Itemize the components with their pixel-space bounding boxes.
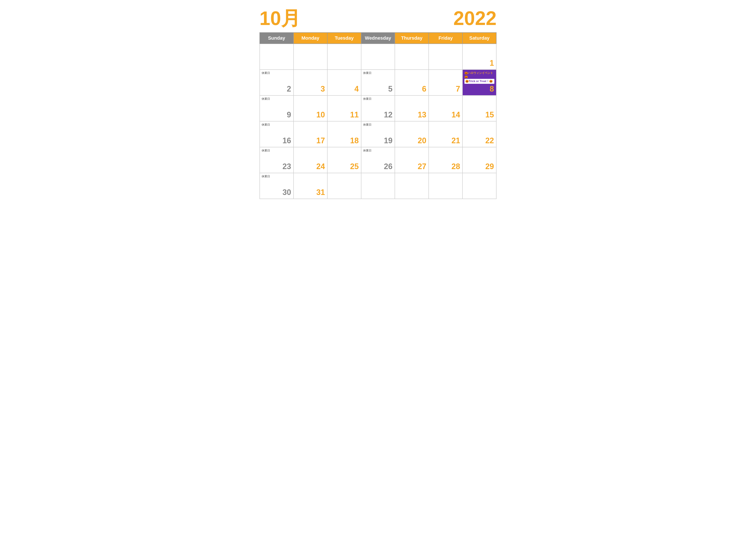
cell-note: 休業日 bbox=[363, 71, 393, 75]
day-number: 11 bbox=[350, 110, 359, 119]
table-row bbox=[293, 44, 327, 69]
table-row: 休業日 5 bbox=[361, 69, 395, 95]
table-row: 17 bbox=[293, 121, 327, 147]
day-number: 23 bbox=[283, 162, 291, 171]
table-row: 31 bbox=[293, 173, 327, 199]
day-number: 27 bbox=[418, 162, 426, 171]
table-row bbox=[361, 44, 395, 69]
trick-or-treat-label: 🎃Trick or Treat！🎃 bbox=[464, 79, 494, 84]
table-row bbox=[463, 173, 496, 199]
table-row bbox=[327, 44, 361, 69]
table-row: 20 bbox=[395, 121, 429, 147]
day-number: 31 bbox=[316, 188, 325, 197]
table-row: 25 bbox=[327, 147, 361, 173]
halloween-event-label: 🎃ハロウィンイベント🎃 bbox=[464, 71, 494, 79]
table-row bbox=[260, 44, 293, 69]
day-number: 16 bbox=[283, 136, 291, 145]
table-row bbox=[395, 44, 429, 69]
table-row: 休業日 19 bbox=[361, 121, 395, 147]
col-wednesday: Wednesday bbox=[361, 33, 395, 44]
cell-note: 休業日 bbox=[363, 123, 393, 127]
table-row: 10 bbox=[293, 95, 327, 121]
table-row: 休業日 2 bbox=[260, 69, 293, 95]
day-number: 26 bbox=[384, 162, 392, 171]
table-row-halloween: 🎃ハロウィンイベント🎃 🎃Trick or Treat！🎃 8 bbox=[463, 69, 496, 95]
table-row: 29 bbox=[463, 147, 496, 173]
table-row: 休業日 16 bbox=[260, 121, 293, 147]
cell-note: 休業日 bbox=[262, 71, 292, 75]
day-number: 13 bbox=[418, 110, 426, 119]
day-number: 7 bbox=[456, 85, 460, 93]
cell-note: 休業日 bbox=[262, 149, 292, 153]
cell-note: 休業日 bbox=[363, 149, 393, 153]
cell-note: 休業日 bbox=[363, 97, 393, 101]
day-number: 1 bbox=[490, 59, 494, 68]
table-row: 休業日 23 bbox=[260, 147, 293, 173]
table-row: 休業日 26 bbox=[361, 147, 395, 173]
table-row: 14 bbox=[429, 95, 463, 121]
table-row bbox=[429, 44, 463, 69]
table-row: 7 bbox=[429, 69, 463, 95]
day-number: 10 bbox=[316, 110, 325, 119]
day-number: 19 bbox=[384, 136, 392, 145]
table-row: 13 bbox=[395, 95, 429, 121]
cell-note: 休業日 bbox=[262, 97, 292, 101]
table-row: 休業日 30 bbox=[260, 173, 293, 199]
table-row: 18 bbox=[327, 121, 361, 147]
day-number: 15 bbox=[485, 110, 494, 119]
day-number: 25 bbox=[350, 162, 359, 171]
calendar-table: Sunday Monday Tuesday Wednesday Thursday… bbox=[259, 32, 497, 199]
day-number: 5 bbox=[388, 85, 392, 93]
table-row: 3 bbox=[293, 69, 327, 95]
day-number: 2 bbox=[287, 85, 291, 93]
table-row: 6 bbox=[395, 69, 429, 95]
table-row: 4 bbox=[327, 69, 361, 95]
table-row bbox=[429, 173, 463, 199]
day-number: 9 bbox=[287, 110, 291, 119]
table-row: 22 bbox=[463, 121, 496, 147]
table-row: 28 bbox=[429, 147, 463, 173]
col-thursday: Thursday bbox=[395, 33, 429, 44]
col-tuesday: Tuesday bbox=[327, 33, 361, 44]
day-number: 12 bbox=[384, 110, 392, 119]
day-number: 17 bbox=[316, 136, 325, 145]
day-number: 4 bbox=[355, 85, 359, 93]
table-row bbox=[395, 173, 429, 199]
col-friday: Friday bbox=[429, 33, 463, 44]
day-number: 18 bbox=[350, 136, 359, 145]
table-row: 15 bbox=[463, 95, 496, 121]
table-row: 1 bbox=[463, 44, 496, 69]
table-row: 21 bbox=[429, 121, 463, 147]
day-number: 28 bbox=[451, 162, 460, 171]
day-number: 3 bbox=[321, 85, 325, 93]
month-title: 10月 bbox=[259, 9, 300, 28]
table-row: 休業日 12 bbox=[361, 95, 395, 121]
day-number: 8 bbox=[490, 85, 494, 93]
table-row: 24 bbox=[293, 147, 327, 173]
table-row: 休業日 9 bbox=[260, 95, 293, 121]
cell-note: 休業日 bbox=[262, 174, 292, 178]
table-row: 11 bbox=[327, 95, 361, 121]
col-saturday: Saturday bbox=[463, 33, 496, 44]
col-sunday: Sunday bbox=[260, 33, 293, 44]
day-number: 20 bbox=[418, 136, 426, 145]
day-number: 29 bbox=[485, 162, 494, 171]
table-row: 27 bbox=[395, 147, 429, 173]
day-number: 6 bbox=[422, 85, 426, 93]
day-number: 22 bbox=[485, 136, 494, 145]
col-monday: Monday bbox=[293, 33, 327, 44]
year-title: 2022 bbox=[453, 9, 497, 28]
table-row bbox=[327, 173, 361, 199]
day-number: 14 bbox=[451, 110, 460, 119]
day-number: 21 bbox=[451, 136, 460, 145]
cell-note: 休業日 bbox=[262, 123, 292, 127]
table-row bbox=[361, 173, 395, 199]
day-number: 30 bbox=[283, 188, 291, 197]
day-number: 24 bbox=[316, 162, 325, 171]
